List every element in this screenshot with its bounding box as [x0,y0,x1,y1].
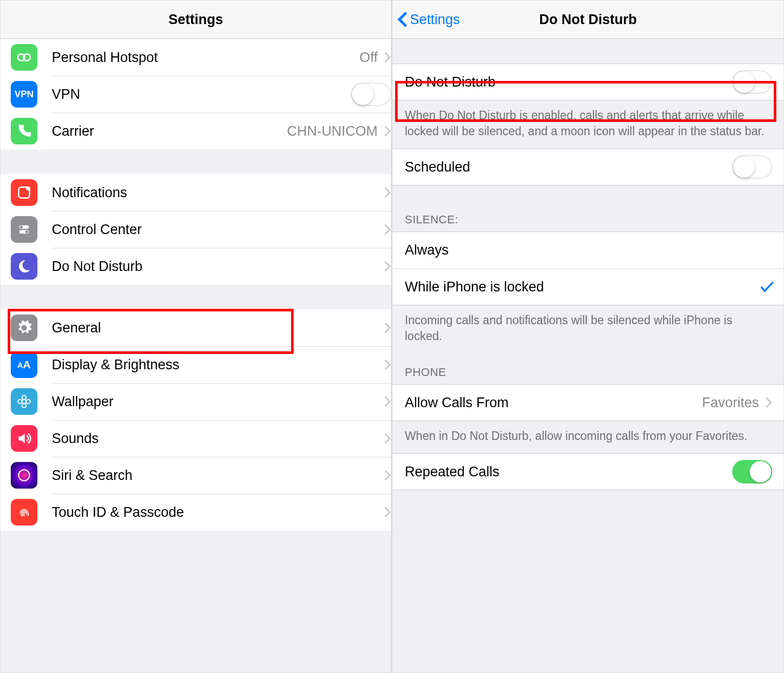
chevron-right-icon [384,51,391,64]
svg-point-9 [22,395,26,399]
row-silence-always[interactable]: Always [393,232,783,268]
row-label: Always [405,242,772,258]
scheduled-toggle[interactable] [732,155,772,179]
row-label: Notifications [52,185,384,201]
row-label: Allow Calls From [405,395,702,411]
moon-icon [11,253,37,280]
dnd-group: Scheduled [393,149,783,185]
navbar-title: Do Not Disturb [539,12,636,28]
repeated-calls-toggle[interactable] [732,460,772,483]
row-siri-search[interactable]: Siri & Search [1,457,391,494]
dnd-group: Do Not Disturb [393,64,783,100]
aa-icon: AA [11,351,37,378]
sounds-icon [11,425,37,452]
row-label: Personal Hotspot [52,50,359,66]
notifications-icon [11,179,37,206]
svg-point-13 [18,470,29,480]
dnd-group: Repeated Calls [393,453,783,490]
settings-group: Notifications Control Center Do Not Dist… [1,174,391,285]
row-touch-id-passcode[interactable]: Touch ID & Passcode [1,494,391,531]
section-footer: When in Do Not Disturb, allow incoming c… [393,421,783,453]
row-sounds[interactable]: Sounds [1,420,391,457]
chevron-right-icon [384,506,391,518]
settings-group: General AA Display & Brightness Wallpape… [1,309,391,531]
checkmark-icon [760,281,772,293]
row-label: General [52,320,384,336]
navbar-right: Settings Do Not Disturb [393,1,783,39]
svg-point-10 [22,404,26,408]
section-header: PHONE [393,353,783,384]
row-label: Do Not Disturb [405,74,732,90]
svg-point-12 [26,399,30,404]
row-label: Repeated Calls [405,464,732,480]
phone-icon [11,118,37,144]
row-notifications[interactable]: Notifications [1,174,391,211]
navbar-title: Settings [169,12,223,28]
dnd-list[interactable]: Do Not Disturb When Do Not Disturb is en… [393,39,783,672]
row-label: Scheduled [405,159,732,175]
section-footer: Incoming calls and notifications will be… [393,305,783,353]
row-label: VPN [52,87,351,102]
row-label: While iPhone is locked [405,279,760,295]
row-dnd-toggle[interactable]: Do Not Disturb [393,64,783,100]
chevron-right-icon [384,223,391,236]
settings-panel: Settings Personal Hotspot Off VPN VPN [0,0,392,673]
svg-point-11 [18,399,22,404]
vpn-icon: VPN [11,81,37,108]
wallpaper-icon [11,388,37,415]
dnd-group: Always While iPhone is locked [393,232,783,305]
section-footer: When Do Not Disturb is enabled, calls an… [393,100,783,149]
back-button[interactable]: Settings [398,11,460,28]
row-label: Siri & Search [52,468,384,483]
dnd-panel: Settings Do Not Disturb Do Not Disturb W… [392,0,784,673]
settings-list[interactable]: Personal Hotspot Off VPN VPN Carrier CHN… [1,39,391,672]
row-label: Touch ID & Passcode [52,504,384,520]
svg-point-3 [26,186,30,191]
vpn-toggle[interactable] [351,82,391,106]
row-value: Favorites [702,395,759,411]
row-label: Sounds [52,431,384,447]
row-label: Display & Brightness [52,357,384,373]
svg-point-7 [26,230,28,233]
section-header: SILENCE: [393,185,783,232]
row-general[interactable]: General [1,309,391,346]
navbar-left: Settings [1,1,391,39]
group-separator [393,39,783,64]
chevron-right-icon [384,359,391,371]
siri-icon [11,462,37,489]
row-control-center[interactable]: Control Center [1,211,391,248]
row-do-not-disturb[interactable]: Do Not Disturb [1,248,391,285]
row-label: Do Not Disturb [52,259,384,275]
back-label: Settings [410,12,460,28]
row-carrier[interactable]: Carrier CHN-UNICOM [1,113,391,150]
row-value: Off [359,50,378,66]
settings-group: Personal Hotspot Off VPN VPN Carrier CHN… [1,39,391,150]
row-label: Carrier [52,123,287,139]
dnd-group: Allow Calls From Favorites [393,384,783,421]
row-wallpaper[interactable]: Wallpaper [1,383,391,420]
chevron-right-icon [384,432,391,445]
svg-point-6 [20,226,23,228]
row-personal-hotspot[interactable]: Personal Hotspot Off [1,39,391,76]
chevron-right-icon [384,395,391,408]
chevron-right-icon [384,322,391,334]
row-scheduled[interactable]: Scheduled [393,149,783,185]
row-repeated-calls[interactable]: Repeated Calls [393,453,783,490]
chevron-right-icon [384,260,391,272]
row-label: Wallpaper [52,394,384,410]
gear-icon [11,314,37,341]
dnd-toggle[interactable] [732,70,772,94]
row-silence-locked[interactable]: While iPhone is locked [393,268,783,305]
svg-point-8 [22,399,26,404]
touchid-icon [11,499,37,525]
row-display-brightness[interactable]: AA Display & Brightness [1,346,391,383]
row-vpn[interactable]: VPN VPN [1,76,391,113]
group-separator [1,285,391,309]
chevron-right-icon [384,125,391,137]
chevron-right-icon [765,396,772,409]
row-allow-calls-from[interactable]: Allow Calls From Favorites [393,384,783,421]
chevron-right-icon [384,469,391,481]
row-label: Control Center [52,222,384,238]
chevron-right-icon [384,186,391,199]
control-center-icon [11,216,37,243]
